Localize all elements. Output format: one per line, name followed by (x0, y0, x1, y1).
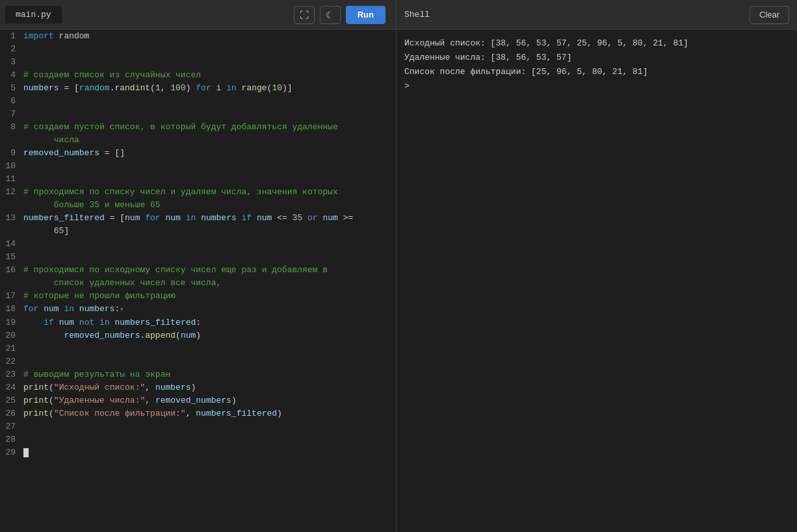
line-number (0, 225, 21, 238)
run-button[interactable]: Run (346, 6, 385, 24)
line-number: 6 (0, 95, 21, 108)
line-number: 10 (0, 160, 21, 173)
editor-panel[interactable]: 1 import random 2 3 4 # создаем список и… (0, 30, 397, 532)
line-content (21, 446, 396, 459)
code-line: 3 (0, 56, 396, 69)
line-number: 22 (0, 355, 21, 368)
line-number: 21 (0, 342, 21, 355)
line-number: 19 (0, 316, 21, 329)
shell-panel[interactable]: Исходный список: [38, 56, 53, 57, 25, 96… (397, 30, 797, 532)
main-layout: 1 import random 2 3 4 # создаем список и… (0, 30, 797, 532)
line-content: # которые не прошли фильтрацию (21, 290, 396, 303)
line-number: 15 (0, 251, 21, 264)
code-line: 1 import random (0, 30, 396, 43)
code-line: 2 (0, 43, 396, 56)
line-number: 1 (0, 30, 21, 43)
code-line-cont: числа (0, 134, 396, 147)
line-number: 13 (0, 212, 21, 225)
line-content: numbers = [random.randint(1, 100) for i … (21, 82, 396, 95)
line-content (21, 251, 396, 264)
line-content: список удаленных чисел все числа, (21, 277, 396, 290)
line-content: # создаем список из случайных чисел (21, 69, 396, 82)
line-number (0, 199, 21, 212)
line-content (21, 342, 396, 355)
code-line: 20 removed_numbers.append(num) (0, 329, 396, 342)
tab-main[interactable]: main.py (5, 6, 62, 23)
line-content: print("Список после фильтрации:", number… (21, 407, 396, 420)
code-line: 15 (0, 251, 396, 264)
line-content (21, 95, 396, 108)
editor-header: main.py ⛶ ☾ Run (0, 0, 397, 29)
line-number: 20 (0, 329, 21, 342)
line-content (21, 173, 396, 186)
toolbar-icons: ⛶ ☾ Run (294, 6, 385, 24)
line-number: 18 (0, 303, 21, 316)
clear-button[interactable]: Clear (750, 6, 789, 24)
line-number: 16 (0, 264, 21, 277)
code-line: 17 # которые не прошли фильтрацию (0, 290, 396, 303)
toolbar: main.py ⛶ ☾ Run Shell Clear (0, 0, 797, 30)
code-line-cont: больше 35 и меньше 65 (0, 199, 396, 212)
code-line: 26 print("Список после фильтрации:", num… (0, 407, 396, 420)
shell-prompt: > (404, 79, 789, 94)
code-line: 11 (0, 173, 396, 186)
line-number: 27 (0, 420, 21, 433)
line-number: 11 (0, 173, 21, 186)
code-line: 14 (0, 238, 396, 251)
code-line-cont: 65] (0, 225, 396, 238)
line-content: numbers_filtered = [num for num in numbe… (21, 212, 396, 225)
shell-output-line-3: Список после фильтрации: [25, 96, 5, 80,… (404, 65, 789, 79)
code-line: 28 (0, 433, 396, 446)
line-content (21, 238, 396, 251)
code-line: 5 numbers = [random.randint(1, 100) for … (0, 82, 396, 95)
line-number: 3 (0, 56, 21, 69)
fullscreen-button[interactable]: ⛶ (294, 6, 315, 24)
line-number: 28 (0, 433, 21, 446)
line-number: 23 (0, 368, 21, 381)
code-line: 16 # проходимся по исходному списку чисе… (0, 264, 396, 277)
line-content: if num not in numbers_filtered: (21, 316, 396, 329)
line-content (21, 160, 396, 173)
line-content (21, 43, 396, 56)
code-line: 4 # создаем список из случайных чисел (0, 69, 396, 82)
moon-icon: ☾ (326, 10, 334, 20)
line-content: # проходимся по исходному списку чисел е… (21, 264, 396, 277)
line-content: числа (21, 134, 396, 147)
code-line: 9 removed_numbers = [] (0, 147, 396, 160)
line-content: for num in numbers:▾ (21, 303, 396, 316)
code-line: 22 (0, 355, 396, 368)
code-area: 1 import random 2 3 4 # создаем список и… (0, 30, 396, 459)
code-line: 13 numbers_filtered = [num for num in nu… (0, 212, 396, 225)
line-content: import random (21, 30, 396, 43)
line-content (21, 420, 396, 433)
line-number: 14 (0, 238, 21, 251)
code-line: 7 (0, 108, 396, 121)
fullscreen-icon: ⛶ (300, 10, 309, 20)
code-line: 23 # выводим результаты на экран (0, 368, 396, 381)
line-content (21, 108, 396, 121)
line-content: # создаем пустой список, в который будут… (21, 121, 396, 134)
line-number: 4 (0, 69, 21, 82)
shell-header: Shell Clear (397, 0, 797, 29)
line-content (21, 355, 396, 368)
code-line: 24 print("Исходный список:", numbers) (0, 381, 396, 394)
line-content: print("Удаленные числа:", removed_number… (21, 394, 396, 407)
code-line: 25 print("Удаленные числа:", removed_num… (0, 394, 396, 407)
line-content: print("Исходный список:", numbers) (21, 381, 396, 394)
code-line: 21 (0, 342, 396, 355)
code-line: 27 (0, 420, 396, 433)
shell-output-line-2: Удаленные числа: [38, 56, 53, 57] (404, 51, 789, 65)
code-line: 10 (0, 160, 396, 173)
line-content (21, 56, 396, 69)
shell-title: Shell (404, 10, 750, 19)
code-line: 19 if num not in numbers_filtered: (0, 316, 396, 329)
theme-toggle-button[interactable]: ☾ (320, 6, 341, 24)
line-number (0, 277, 21, 290)
line-number: 26 (0, 407, 21, 420)
code-line-cont: список удаленных чисел все числа, (0, 277, 396, 290)
line-content: больше 35 и меньше 65 (21, 199, 396, 212)
line-number: 8 (0, 121, 21, 134)
line-number: 29 (0, 446, 21, 459)
line-number: 2 (0, 43, 21, 56)
line-number: 24 (0, 381, 21, 394)
